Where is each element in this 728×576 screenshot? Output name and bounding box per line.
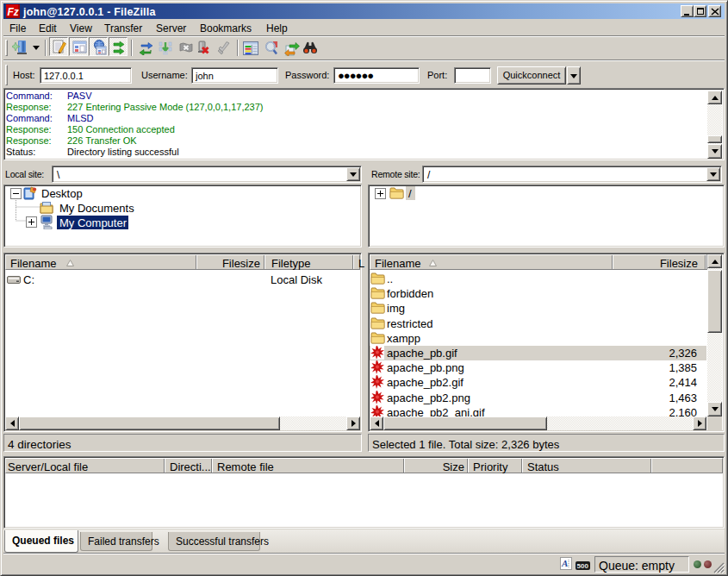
svg-text:A: A bbox=[561, 558, 568, 568]
svg-text:Fz: Fz bbox=[8, 6, 19, 18]
svg-text:500: 500 bbox=[577, 562, 589, 570]
